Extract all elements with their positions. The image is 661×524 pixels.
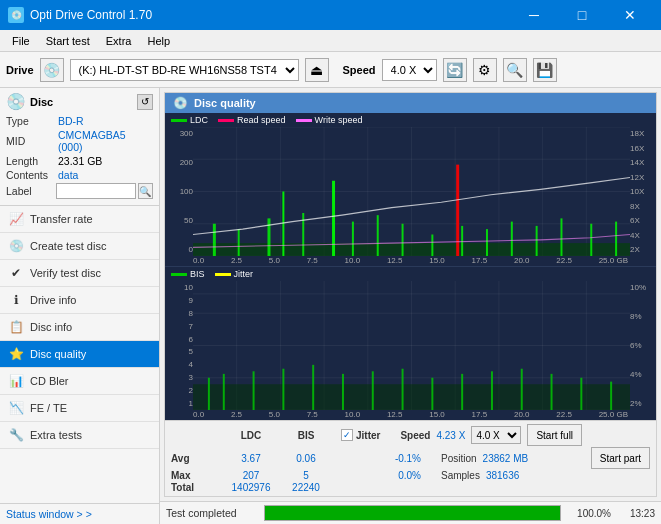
- legend-ldc-color: [171, 119, 187, 122]
- y-right-10x: 10X: [630, 187, 656, 196]
- sidebar-item-disc-info[interactable]: 📋 Disc info: [0, 314, 159, 341]
- y-label-300: 300: [165, 129, 193, 138]
- eject-button[interactable]: ⏏: [305, 58, 329, 82]
- y-right-10pct: 10%: [630, 283, 656, 292]
- sidebar-item-fe-te[interactable]: 📉 FE / TE: [0, 395, 159, 422]
- top-chart-x-axis: 0.0 2.5 5.0 7.5 10.0 12.5 15.0 17.5 20.0…: [165, 256, 656, 266]
- chart-title: Disc quality: [194, 97, 256, 109]
- disc-contents-value: data: [58, 169, 153, 181]
- bx-label-12-5: 12.5: [387, 410, 403, 419]
- menu-file[interactable]: File: [4, 33, 38, 49]
- legend-jitter-color: [215, 273, 231, 276]
- y-label-7: 7: [165, 322, 193, 331]
- sidebar-item-verify-test-disc[interactable]: ✔ Verify test disc: [0, 260, 159, 287]
- y-label-3: 3: [165, 373, 193, 382]
- start-full-button[interactable]: Start full: [527, 424, 582, 446]
- y-label-4: 4: [165, 360, 193, 369]
- y-right-6x: 6X: [630, 216, 656, 225]
- menu-help[interactable]: Help: [139, 33, 178, 49]
- y-label-1: 1: [165, 399, 193, 408]
- y-right-12x: 12X: [630, 173, 656, 182]
- sidebar-item-verify-test-disc-label: Verify test disc: [30, 267, 101, 279]
- legend-write-speed-color: [296, 119, 312, 122]
- menu-extra[interactable]: Extra: [98, 33, 140, 49]
- svg-rect-25: [456, 165, 459, 256]
- speed-select[interactable]: 4.0 X: [382, 59, 437, 81]
- refresh-button[interactable]: 🔄: [443, 58, 467, 82]
- settings-button[interactable]: ⚙: [473, 58, 497, 82]
- x-label-0: 0.0: [193, 256, 204, 265]
- save-button[interactable]: 💾: [533, 58, 557, 82]
- menu-starttest[interactable]: Start test: [38, 33, 98, 49]
- drive-select[interactable]: (K:) HL-DT-ST BD-RE WH16NS58 TST4: [70, 59, 299, 81]
- y-label-9: 9: [165, 296, 193, 305]
- bx-label-25: 25.0 GB: [599, 410, 628, 419]
- sidebar-item-create-test-disc[interactable]: 💿 Create test disc: [0, 233, 159, 260]
- y-right-2x: 2X: [630, 245, 656, 254]
- bottom-chart-area: BIS Jitter 10 9 8 7 6: [165, 266, 656, 420]
- top-chart-body: 300 200 100 50 0: [165, 127, 656, 256]
- drive-label: Drive: [6, 64, 34, 76]
- bottom-chart-x-axis: 0.0 2.5 5.0 7.5 10.0 12.5 15.0 17.5 20.0…: [165, 410, 656, 420]
- maximize-button[interactable]: □: [559, 0, 605, 30]
- sidebar-item-cd-bler-label: CD Bler: [30, 375, 69, 387]
- sidebar-item-fe-te-label: FE / TE: [30, 402, 67, 414]
- disc-length-value: 23.31 GB: [58, 155, 153, 167]
- status-window-button[interactable]: Status window > >: [0, 503, 159, 524]
- sidebar-item-disc-quality[interactable]: ⭐ Disc quality: [0, 341, 159, 368]
- legend-write-speed-label: Write speed: [315, 115, 363, 125]
- y-right-6pct: 6%: [630, 341, 656, 350]
- top-chart-area: LDC Read speed Write speed 300: [165, 113, 656, 266]
- chart-header: 💿 Disc quality: [165, 93, 656, 113]
- legend-write-speed: Write speed: [296, 115, 363, 125]
- close-button[interactable]: ✕: [607, 0, 653, 30]
- disc-check-icon[interactable]: 🔍: [503, 58, 527, 82]
- disc-label-button[interactable]: 🔍: [138, 183, 153, 199]
- disc-refresh-button[interactable]: ↺: [137, 94, 153, 110]
- bx-label-22-5: 22.5: [556, 410, 572, 419]
- svg-rect-16: [238, 229, 240, 256]
- stats-area: LDC BIS ✓ Jitter Speed 4.23 X 4.0 X Star…: [165, 420, 656, 496]
- minimize-button[interactable]: ─: [511, 0, 557, 30]
- title-bar-left: 💿 Opti Drive Control 1.70: [8, 7, 152, 23]
- position-value: 23862 MB: [483, 453, 529, 464]
- jitter-checkbox[interactable]: ✓: [341, 429, 353, 441]
- start-part-button[interactable]: Start part: [591, 447, 650, 469]
- create-test-disc-icon: 💿: [8, 238, 24, 254]
- sidebar-item-drive-info[interactable]: ℹ Drive info: [0, 287, 159, 314]
- y-label-5: 5: [165, 347, 193, 356]
- bx-label-20: 20.0: [514, 410, 530, 419]
- svg-rect-29: [536, 226, 538, 256]
- drive-toolbar: Drive 💿 (K:) HL-DT-ST BD-RE WH16NS58 TST…: [0, 52, 661, 88]
- svg-rect-48: [208, 378, 210, 410]
- sidebar-nav: 📈 Transfer rate 💿 Create test disc ✔ Ver…: [0, 206, 159, 503]
- svg-rect-55: [402, 369, 404, 410]
- y-right-14x: 14X: [630, 158, 656, 167]
- window-controls: ─ □ ✕: [511, 0, 653, 30]
- speed-select-stats[interactable]: 4.0 X: [471, 426, 521, 444]
- bx-label-5: 5.0: [269, 410, 280, 419]
- sidebar-item-extra-tests[interactable]: 🔧 Extra tests: [0, 422, 159, 449]
- app-title: Opti Drive Control 1.70: [30, 8, 152, 22]
- svg-rect-54: [372, 371, 374, 410]
- samples-value: 381636: [486, 470, 519, 481]
- y-right-8pct: 8%: [630, 312, 656, 321]
- speed-value-stats: 4.23 X: [436, 430, 465, 441]
- svg-rect-59: [521, 369, 523, 410]
- legend-read-speed-color: [218, 119, 234, 122]
- x-label-2-5: 2.5: [231, 256, 242, 265]
- disc-mid-value: CMCMAGBA5 (000): [58, 129, 153, 153]
- bottom-chart-y-axis-left: 10 9 8 7 6 5 4 3 2 1: [165, 281, 193, 410]
- drive-info-icon: ℹ: [8, 292, 24, 308]
- stats-max-row: Max 207 5 0.0% Samples 381636: [171, 470, 650, 481]
- disc-eject-icon[interactable]: 💿: [40, 58, 64, 82]
- top-chart-y-axis-right: 18X 16X 14X 12X 10X 8X 6X 4X 2X: [630, 127, 656, 256]
- bottom-chart-legend: BIS Jitter: [165, 267, 656, 281]
- disc-info-icon: 📋: [8, 319, 24, 335]
- progress-time: 13:23: [619, 508, 655, 519]
- y-right-4x: 4X: [630, 231, 656, 240]
- sidebar-item-cd-bler[interactable]: 📊 CD Bler: [0, 368, 159, 395]
- disc-label-input[interactable]: [56, 183, 136, 199]
- sidebar-item-transfer-rate[interactable]: 📈 Transfer rate: [0, 206, 159, 233]
- top-chart-legend: LDC Read speed Write speed: [165, 113, 656, 127]
